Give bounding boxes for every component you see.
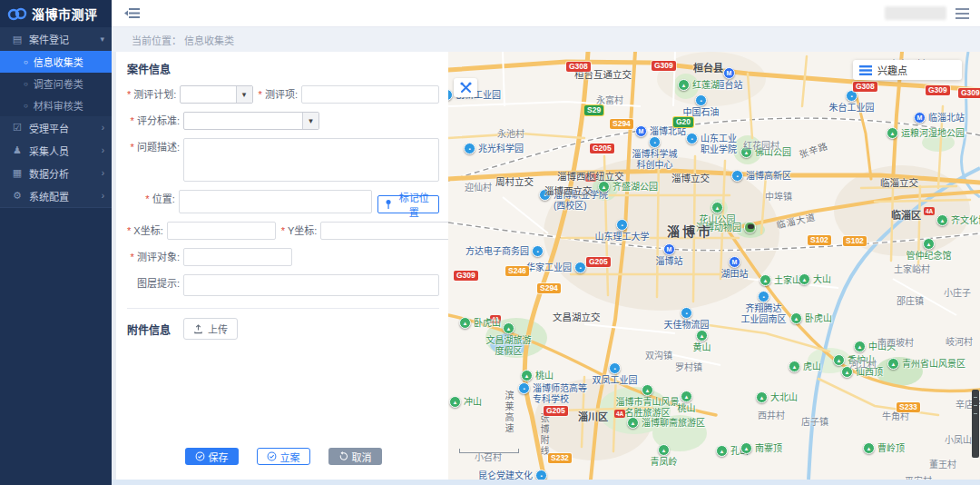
map-poi[interactable]: M桓台站 bbox=[723, 67, 735, 79]
target-input[interactable] bbox=[183, 248, 292, 266]
map-poi[interactable]: ▪方达电子商务园 bbox=[532, 245, 544, 257]
map-poi[interactable]: ▲淄博市青山风景 名胜旅游区 bbox=[642, 384, 653, 396]
map-poi[interactable]: M淄博站 bbox=[663, 243, 675, 255]
sidebar-item-label: 采集人员 bbox=[29, 144, 102, 158]
map-poi-label: 文昌湖旅游 度假区 bbox=[486, 335, 532, 356]
map-poi[interactable]: ▲卧虎山 bbox=[790, 312, 802, 324]
map-poi[interactable]: 淄博动物园 bbox=[744, 222, 756, 233]
map-poi[interactable]: ▪双凤工业园 bbox=[609, 362, 621, 374]
sidebar-item-material-review[interactable]: ○ 材料审核类 bbox=[0, 94, 112, 116]
map-poi[interactable]: ▪淄博高新区 bbox=[731, 170, 743, 182]
map-poi[interactable]: M湖田站 bbox=[729, 256, 740, 268]
sidebar-item-system-config[interactable]: ⚙ 系统配置 › bbox=[0, 184, 112, 207]
poi-icon: ▪ bbox=[574, 262, 586, 273]
sidebar-item-data-analysis[interactable]: ▦ 数据分析 › bbox=[0, 162, 112, 184]
case-form-panel: 案件信息 测评计划: ▾ 测评项: 评分标准: ▾ 问题描述: bbox=[116, 52, 448, 480]
map-poi[interactable]: ▲花山公园 bbox=[711, 202, 723, 213]
road-number-badge: G309 bbox=[652, 61, 676, 71]
sidebar-item-info-collect[interactable]: ○ 信息收集类 bbox=[0, 51, 112, 73]
position-input[interactable] bbox=[179, 190, 373, 213]
map-poi[interactable]: ▲中山头 bbox=[854, 341, 866, 352]
map-zoom-control[interactable] bbox=[972, 390, 979, 458]
map-poi[interactable]: ▪山东工业 职业学院 bbox=[686, 133, 698, 144]
sidebar-item-case-register[interactable]: ▤ 案件登记 ▾ bbox=[0, 27, 112, 51]
save-button[interactable]: 保存 bbox=[185, 448, 239, 465]
y-label: Y坐标: bbox=[281, 222, 321, 240]
map-district-label: 淄川区 bbox=[578, 409, 608, 423]
map-poi[interactable]: ▲4A齐文化博物馆 bbox=[936, 214, 948, 226]
sidebar: 淄博市测评 ▤ 案件登记 ▾ ○ 信息收集类 ○ 调查问卷类 ○ 材料审核类 bbox=[0, 0, 112, 485]
scenic-poi-icon: ▲ bbox=[789, 361, 800, 372]
map[interactable]: ▪创新工业园▪兆光科学园M淄博北站▪淄博科学城 科创中心▪山东工业 职业学院▪中… bbox=[448, 52, 980, 480]
map-poi[interactable]: ▲4A淄博聊斋旅游区 bbox=[627, 417, 639, 429]
road-number-badge: G205 bbox=[590, 144, 614, 153]
map-poi[interactable]: ▲曹岭顶 bbox=[863, 442, 875, 454]
map-poi[interactable]: ▪华家工业园 bbox=[574, 262, 586, 273]
mark-position-button[interactable]: 标记位置 bbox=[377, 195, 439, 213]
cancel-button[interactable]: 取消 bbox=[328, 448, 382, 465]
map-poi[interactable]: ▲香炉山 bbox=[833, 354, 845, 366]
collapse-sidebar-icon[interactable] bbox=[124, 6, 140, 20]
map-poi[interactable]: ▪齐翔腾达 工业园南区 bbox=[758, 291, 769, 302]
scenic-poi-icon: ▲ bbox=[627, 417, 639, 429]
plan-select[interactable]: ▾ bbox=[180, 85, 252, 104]
map-tools-button[interactable] bbox=[454, 78, 477, 97]
map-place-label: 双沟镇 bbox=[645, 348, 672, 361]
map-poi[interactable]: ▲土家山 bbox=[760, 274, 771, 286]
sidebar-item-survey[interactable]: ○ 调查问卷类 bbox=[0, 73, 112, 94]
map-poi[interactable]: M临淄北站 bbox=[914, 112, 926, 124]
score-select[interactable]: ▾ bbox=[183, 112, 319, 130]
sidebar-item-collectors[interactable]: ♟ 采集人员 › bbox=[0, 139, 112, 162]
map-poi[interactable]: ▲孔山 bbox=[716, 445, 728, 457]
item-input[interactable] bbox=[301, 85, 439, 104]
map-poi-label: 淄博师范高等 专科学校 bbox=[533, 383, 587, 404]
x-input[interactable] bbox=[167, 222, 276, 240]
map-poi[interactable]: ▪创新工业园 bbox=[448, 89, 453, 101]
map-poi[interactable]: ▲青州省山风景区 bbox=[887, 358, 899, 370]
upload-button[interactable]: 上传 bbox=[183, 318, 238, 340]
scenic-poi-icon: ▲ bbox=[887, 358, 899, 370]
map-poi[interactable]: M淄博北站 bbox=[635, 125, 647, 137]
map-marker-layer: ▪创新工业园▪兆光科学园M淄博北站▪淄博科学城 科创中心▪山东工业 职业学院▪中… bbox=[448, 52, 980, 480]
map-poi[interactable]: ▲运粮河湿地公园 bbox=[887, 127, 898, 139]
map-poi[interactable]: ▪淄博科学城 科创中心 bbox=[649, 136, 661, 148]
map-poi-label: 虎山 bbox=[803, 361, 821, 372]
map-place-label: 小凤山 bbox=[945, 432, 972, 446]
map-poi[interactable]: ▲桃山 bbox=[681, 391, 692, 402]
map-poi[interactable]: ▪中国石油 bbox=[695, 94, 707, 106]
description-textarea[interactable] bbox=[183, 138, 439, 182]
map-poi[interactable]: ▲青凤岭 bbox=[658, 444, 670, 456]
breadcrumb: 当前位置： 信息收集类 bbox=[112, 27, 980, 52]
map-poi[interactable]: ▪昆仑党建文化 主题广场 bbox=[535, 470, 547, 480]
file-case-button[interactable]: 立案 bbox=[257, 448, 310, 465]
map-poi[interactable]: ▲大山 bbox=[799, 273, 810, 285]
map-poi[interactable]: ▲冲山 bbox=[449, 396, 461, 408]
scenic-poi-icon: ▲ bbox=[887, 127, 898, 139]
map-poi[interactable]: ▲南寨顶 bbox=[740, 442, 752, 454]
map-poi-label: 运粮河湿地公园 bbox=[901, 128, 965, 139]
y-input[interactable] bbox=[320, 222, 458, 240]
chart-icon: ▦ bbox=[11, 167, 24, 179]
map-poi[interactable]: ▲黄山 bbox=[696, 330, 708, 341]
map-poi[interactable]: ▪山东理工大学 bbox=[616, 219, 628, 231]
attachments-empty-area bbox=[127, 340, 439, 448]
map-poi[interactable]: ▪兆光科学园 bbox=[464, 143, 475, 154]
scenic-poi-icon: ▲ bbox=[760, 274, 771, 286]
map-poi[interactable]: ▲卧虎山 bbox=[459, 317, 471, 329]
road-number-badge: G20 bbox=[673, 117, 693, 127]
map-poi[interactable]: ▲4A文昌湖旅游 度假区 bbox=[503, 322, 514, 334]
sidebar-item-accept-platform[interactable]: ☑ 受理平台 › bbox=[0, 116, 112, 139]
map-poi[interactable]: ▲红莲湖 bbox=[678, 79, 690, 91]
map-poi[interactable]: ▲大北山 bbox=[756, 391, 768, 403]
poi-search-box[interactable]: 兴趣点 bbox=[853, 60, 962, 80]
map-poi[interactable]: ▲管仲纪念馆 bbox=[923, 238, 935, 250]
menu-icon[interactable] bbox=[956, 8, 969, 19]
section-title-attachments: 附件信息 bbox=[127, 322, 171, 337]
layer-hint-textarea[interactable] bbox=[183, 274, 439, 296]
map-place-label: 董王村 bbox=[929, 457, 956, 470]
map-poi[interactable]: ▲桃山 bbox=[521, 370, 533, 381]
map-poi[interactable]: ▲虎山 bbox=[789, 361, 800, 372]
section-title-case-info: 案件信息 bbox=[127, 61, 439, 76]
map-poi[interactable]: ▪淄博师范高等 专科学校 bbox=[518, 382, 530, 394]
map-poi[interactable]: ▪天佳物流园 bbox=[681, 307, 692, 319]
